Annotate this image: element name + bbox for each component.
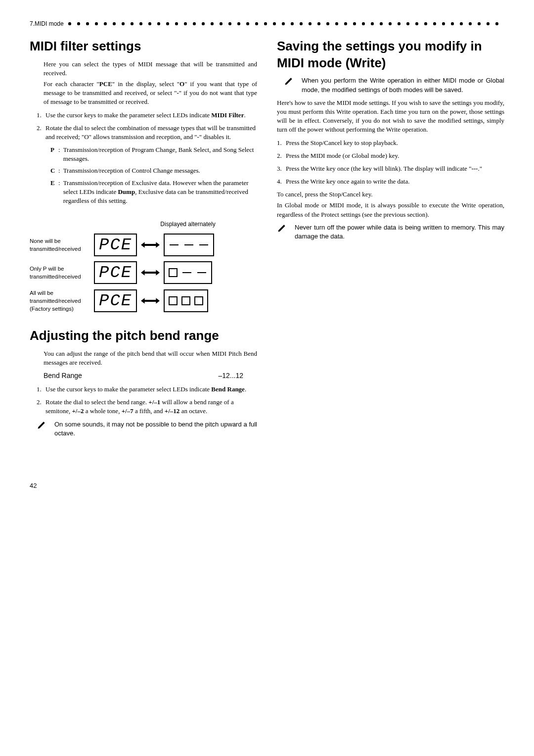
filter-display-diagram: Displayed alternately None will be trans… — [30, 220, 257, 313]
list-item: 1. Press the Stop/Cancel key to stop pla… — [277, 139, 504, 147]
seg-display: PCE — [94, 261, 137, 284]
list-item: 1. Use the cursor keys to make the param… — [37, 111, 257, 120]
list-item: 4. Press the Write key once again to wri… — [277, 177, 504, 186]
definition-e: E: Transmission/reception of Exclusive d… — [50, 179, 257, 206]
definition-p: P: Transmission/reception of Program Cha… — [50, 145, 257, 163]
section-label: 7.MIDI mode — [30, 20, 64, 28]
heading-pitch-bend: Adjusting the pitch bend range — [30, 328, 257, 344]
parameter-row: Bend Range –12...12 — [44, 371, 243, 381]
heading-midi-filter: MIDI filter settings — [30, 38, 257, 55]
right-column: Saving the settings you modify in MIDI m… — [277, 38, 504, 442]
pencil-icon — [37, 420, 48, 438]
list-item: 1. Use the cursor keys to make the param… — [37, 385, 257, 394]
seg-display — [164, 234, 214, 256]
seg-display: PCE — [94, 289, 137, 312]
paragraph: To cancel, press the Stop/Cancel key. — [277, 190, 504, 199]
left-column: MIDI filter settings Here you can select… — [30, 38, 257, 442]
paragraph: Here you can select the types of MIDI me… — [44, 60, 257, 78]
list-item: 2. Rotate the dial to select the combina… — [37, 124, 257, 142]
double-arrow-icon — [141, 269, 160, 277]
param-name: Bend Range — [44, 371, 82, 381]
note: Never turn off the power while data is b… — [277, 223, 504, 241]
seg-display: PCE — [94, 234, 137, 256]
param-value: –12...12 — [218, 371, 243, 381]
diagram-row: All will be transmitted/received (Factor… — [30, 289, 257, 313]
heading-saving: Saving the settings you modify in MIDI m… — [277, 38, 504, 72]
diagram-row: None will be transmitted/received PCE — [30, 234, 257, 256]
pencil-icon — [284, 76, 296, 94]
definition-c: C: Transmission/reception of Control Cha… — [50, 166, 257, 175]
note: When you perform the Write operation in … — [284, 76, 504, 94]
note: On some sounds, it may not be possible t… — [37, 420, 257, 438]
double-arrow-icon — [141, 297, 160, 305]
page-number: 42 — [30, 481, 504, 490]
diagram-caption: Displayed alternately — [119, 220, 257, 229]
paragraph: You can adjust the range of the pitch be… — [44, 349, 257, 367]
seg-display — [164, 289, 208, 312]
double-arrow-icon — [141, 241, 160, 249]
diagram-row: Only P will be transmitted/received PCE — [30, 261, 257, 284]
list-item: 2. Press the MIDI mode (or Global mode) … — [277, 151, 504, 160]
paragraph: For each character "PCE" in the display,… — [44, 80, 257, 107]
page-header: 7.MIDI mode — [30, 20, 504, 28]
list-item: 2. Rotate the dial to select the bend ra… — [37, 398, 257, 416]
paragraph: In Global mode or MIDI mode, it is alway… — [277, 201, 504, 219]
seg-display — [164, 261, 212, 284]
paragraph: Here's how to save the MIDI mode setting… — [277, 98, 504, 135]
pencil-icon — [277, 223, 289, 241]
list-item: 3. Press the Write key once (the key wil… — [277, 164, 504, 173]
header-dots — [68, 22, 504, 26]
